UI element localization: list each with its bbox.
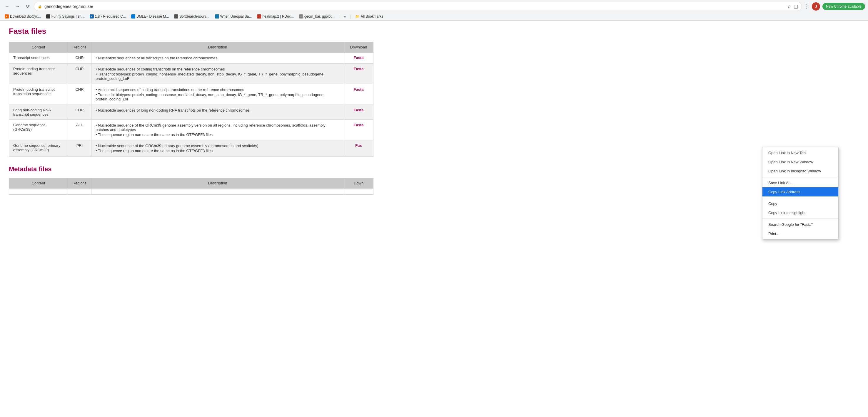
context-menu-item[interactable]: Open Link in New Tab [763,148,838,158]
context-menu-item[interactable]: Copy [763,199,838,201]
context-menu-overlay[interactable]: Open Link in New TabOpen Link in New Win… [0,0,868,201]
context-menu-item[interactable]: Save Link As... [763,178,838,187]
context-menu-item[interactable]: Open Link in New Window [763,158,838,167]
context-menu-item[interactable]: Copy Link Address [763,187,838,197]
menu-separator [763,198,838,198]
context-menu-item[interactable]: Open Link in Incognito Window [763,167,838,176]
context-menu: Open Link in New TabOpen Link in New Win… [762,147,839,201]
menu-separator [763,177,838,177]
